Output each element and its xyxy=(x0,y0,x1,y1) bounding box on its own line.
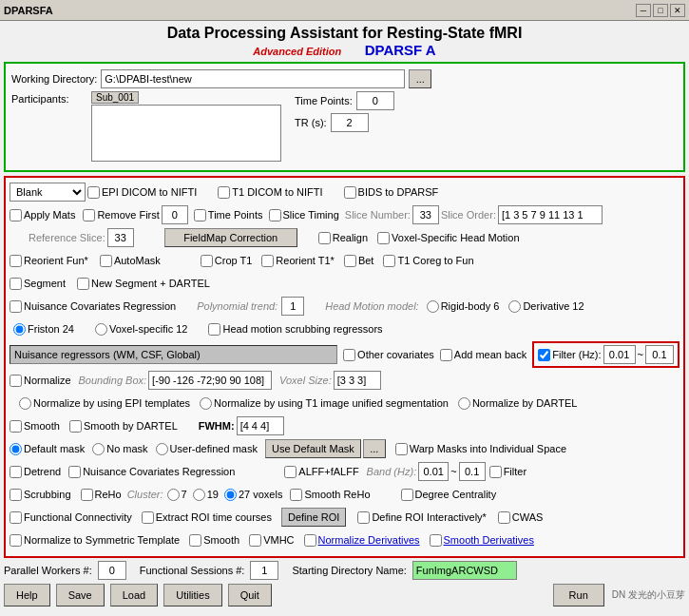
poly-trend-input[interactable] xyxy=(281,297,304,316)
cluster-7-label[interactable]: 7 xyxy=(167,489,187,501)
segment-checkbox[interactable] xyxy=(10,278,22,290)
extract-roi-checkbox[interactable] xyxy=(142,511,154,524)
nuisance-cov-reg-checkbox[interactable] xyxy=(10,300,22,313)
define-roi-interactively-checkbox[interactable] xyxy=(357,511,370,524)
t1-coreg-checkbox[interactable] xyxy=(383,255,395,267)
filter-high-input[interactable] xyxy=(645,345,674,364)
normalize-epi-radio[interactable] xyxy=(19,397,31,410)
close-button[interactable]: ✕ xyxy=(670,4,685,17)
add-mean-back-checkbox[interactable] xyxy=(440,349,452,361)
band-filter-checkbox[interactable] xyxy=(489,466,502,478)
band-low-input[interactable] xyxy=(418,462,449,481)
friston-24-label[interactable]: Friston 24 xyxy=(13,323,74,336)
bids-dparsf-label[interactable]: BIDS to DPARSF xyxy=(344,186,439,199)
user-mask-radio[interactable] xyxy=(156,443,168,455)
func-conn-checkbox[interactable] xyxy=(10,511,22,524)
help-button[interactable]: Help xyxy=(4,584,50,606)
normalize-epi-label[interactable]: Normalize by using EPI templates xyxy=(19,397,190,410)
ref-slice-input[interactable] xyxy=(107,228,134,247)
new-segment-dartel-checkbox[interactable] xyxy=(77,278,89,290)
no-mask-label[interactable]: No mask xyxy=(92,443,147,455)
head-motion-scrubbing-label[interactable]: Head motion scrubbing regressors xyxy=(208,323,382,336)
scrubbing-checkbox[interactable] xyxy=(10,489,22,501)
t1-coreg-label[interactable]: T1 Coreg to Fun xyxy=(383,255,473,267)
automask-label[interactable]: AutoMask xyxy=(100,255,161,267)
quit-button[interactable]: Quit xyxy=(228,584,272,606)
apply-mats-checkbox[interactable] xyxy=(10,209,22,221)
define-roi-interactively-label[interactable]: Define ROI Interactively* xyxy=(357,511,486,524)
warp-masks-checkbox[interactable] xyxy=(395,443,408,455)
reorient-fun-label[interactable]: Reorient Fun* xyxy=(10,255,88,267)
bet-checkbox[interactable] xyxy=(344,255,356,267)
voxel-size-input[interactable] xyxy=(334,371,381,390)
time-points-check-label[interactable]: Time Points xyxy=(194,209,263,221)
band-high-input[interactable] xyxy=(459,462,486,481)
vmhc-label[interactable]: VMHC xyxy=(249,534,294,547)
slice-number-input[interactable] xyxy=(412,205,439,224)
friston-24-radio[interactable] xyxy=(13,323,26,336)
smooth-reho-checkbox[interactable] xyxy=(290,489,302,501)
smooth-checkbox[interactable] xyxy=(10,420,22,433)
save-button[interactable]: Save xyxy=(56,584,105,606)
cluster-27-radio[interactable] xyxy=(224,489,237,501)
browse-button[interactable]: ... xyxy=(409,69,431,88)
scrubbing-label[interactable]: Scrubbing xyxy=(10,489,71,501)
smooth-derivatives-checkbox[interactable] xyxy=(430,534,442,547)
slice-timing-label[interactable]: Slice Timing xyxy=(269,209,339,221)
reorient-fun-checkbox[interactable] xyxy=(10,255,22,267)
default-mask-label[interactable]: Default mask xyxy=(10,443,85,455)
detrend-checkbox[interactable] xyxy=(10,466,22,478)
normalize-t1-label[interactable]: Normalize by using T1 image unified segm… xyxy=(200,397,449,410)
maximize-button[interactable]: □ xyxy=(653,4,668,17)
no-mask-radio[interactable] xyxy=(92,443,105,455)
participants-list[interactable] xyxy=(91,105,281,162)
cluster-19-radio[interactable] xyxy=(193,489,205,501)
normalize-t1-radio[interactable] xyxy=(200,397,212,410)
filter-hz-checkbox[interactable] xyxy=(538,349,550,361)
cwas-label[interactable]: CWAS xyxy=(498,511,544,524)
normalize-derivatives-checkbox[interactable] xyxy=(304,534,316,547)
cwas-checkbox[interactable] xyxy=(498,511,510,524)
remove-first-label[interactable]: Remove First xyxy=(83,209,159,221)
blank-dropdown[interactable]: Blank xyxy=(10,183,86,202)
reorient-t1-checkbox[interactable] xyxy=(261,255,274,267)
vmhc-checkbox[interactable] xyxy=(249,534,261,547)
nuisance-cov-reg2-label[interactable]: Nuisance Covariates Regression xyxy=(68,466,235,478)
reho-label[interactable]: ReHo xyxy=(81,489,122,501)
bounding-box-input[interactable] xyxy=(148,371,272,390)
nuisance-cov-reg-label[interactable]: Nuisance Covariates Regression xyxy=(10,300,176,313)
t1-dicom-label[interactable]: T1 DICOM to NIFTI xyxy=(218,186,322,199)
bids-dparsf-checkbox[interactable] xyxy=(344,186,356,199)
mask-browse-button[interactable]: ... xyxy=(363,439,386,458)
minimize-button[interactable]: ─ xyxy=(636,4,651,17)
normalize-derivatives-label[interactable]: Normalize Derivatives xyxy=(304,534,420,547)
load-button[interactable]: Load xyxy=(110,584,158,606)
other-covariates-label[interactable]: Other covariates xyxy=(343,349,434,361)
filter-hz-label[interactable]: Filter (Hz): xyxy=(538,349,601,361)
working-dir-input[interactable] xyxy=(101,69,405,88)
smooth-reho-label[interactable]: Smooth ReHo xyxy=(290,489,370,501)
nuisance-cov-reg2-checkbox[interactable] xyxy=(68,466,81,478)
t1-dicom-checkbox[interactable] xyxy=(218,186,230,199)
other-covariates-checkbox[interactable] xyxy=(343,349,355,361)
band-filter-label[interactable]: Filter xyxy=(489,466,526,478)
normalize-symmetric-label[interactable]: Normalize to Symmetric Template xyxy=(10,534,180,547)
time-points-input[interactable] xyxy=(356,91,394,110)
derivative-12-radio[interactable] xyxy=(508,300,521,313)
smooth2-label[interactable]: Smooth xyxy=(189,534,239,547)
detrend-label[interactable]: Detrend xyxy=(10,466,61,478)
smooth-derivatives-label[interactable]: Smooth Derivatives xyxy=(430,534,534,547)
slice-timing-checkbox[interactable] xyxy=(269,209,281,221)
remove-first-value[interactable] xyxy=(162,205,188,224)
realign-label[interactable]: Realign xyxy=(318,232,368,244)
rigid-body-6-label[interactable]: Rigid-body 6 xyxy=(427,300,500,313)
bet-label[interactable]: Bet xyxy=(344,255,374,267)
functional-sessions-input[interactable] xyxy=(250,561,278,580)
extract-roi-label[interactable]: Extract ROI time courses xyxy=(142,511,272,524)
filter-low-input[interactable] xyxy=(603,345,636,364)
voxel-specific-12-radio[interactable] xyxy=(95,323,107,336)
time-points-checkbox[interactable] xyxy=(194,209,206,221)
normalize-checkbox[interactable] xyxy=(10,375,22,387)
automask-checkbox[interactable] xyxy=(100,255,112,267)
normalize-label[interactable]: Normalize xyxy=(10,375,71,387)
